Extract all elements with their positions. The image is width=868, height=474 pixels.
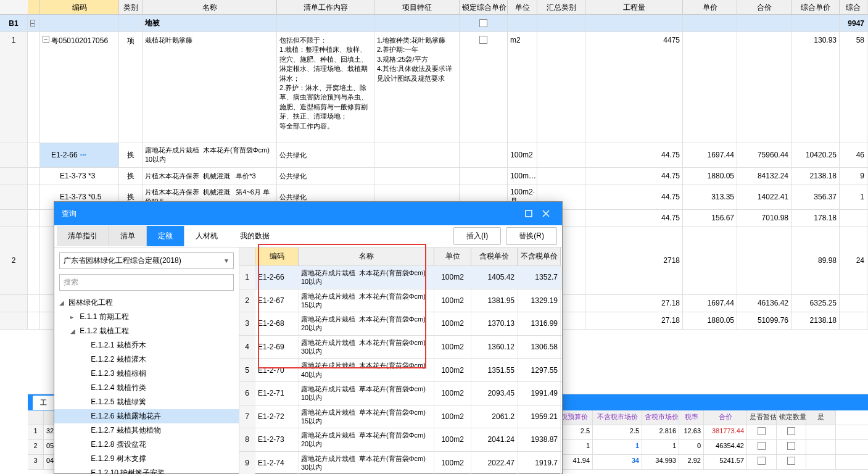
tempest-checkbox[interactable] [758,442,766,450]
quota-row[interactable]: 2 E1-2-67 露地花卉成片栽植 木本花卉(育苗袋Φcm) 15以内 100… [239,289,562,313]
col-ctotal[interactable]: 综合 [840,0,867,14]
code-cell[interactable]: E1-2-66··· [40,143,119,167]
code-cell[interactable]: −粤050102017056 [40,32,119,143]
feature-cell[interactable] [374,143,460,167]
name-cell[interactable]: 露地花卉成片栽植 木本花卉(育苗袋Φcm) 10以内 [143,143,277,167]
tree-node[interactable]: E.1.2.7 栽植其他植物 [54,423,239,438]
col-cprice[interactable]: 综合单价 [792,0,840,14]
qty-cell[interactable]: 44.75 [585,185,683,209]
tree-node[interactable]: E.1.2.9 树木支撑 [54,452,239,466]
tree-node[interactable]: E.1.2.2 栽植灌木 [54,352,239,367]
close-icon[interactable] [537,205,555,222]
tree-node[interactable]: E.1.2.8 摆设盆花 [54,438,239,452]
work-cell[interactable]: 公共绿化 [277,143,374,167]
name-cell[interactable]: 栽植花叶鹅掌藤 [143,32,277,143]
col-feat[interactable]: 项目特征 [374,0,460,14]
insert-button[interactable]: 插入(I) [453,227,501,245]
replace-button[interactable]: 替换(R) [506,227,557,245]
col-code[interactable]: 编码 [40,0,119,14]
lockqty-checkbox[interactable] [787,442,795,450]
data-row[interactable]: 1 −粤050102017056 项 栽植花叶鹅掌藤 包括但不限于： 1.栽植：… [0,32,868,143]
lockqty-checkbox[interactable] [787,427,795,435]
dialog-tab[interactable]: 人材机 [184,226,229,246]
sub-col-is[interactable]: 是 [806,410,836,425]
col-total[interactable]: 合价 [737,0,792,14]
collapse-icon[interactable]: − [43,36,49,43]
tree-node[interactable]: E.1.2.3 栽植棕榈 [54,367,239,381]
expand-open-icon[interactable]: ◢ [59,299,67,306]
sub-col-notaxmkt[interactable]: 不含税市场价 [593,410,642,425]
sub-col-total[interactable]: 合价 [704,410,747,425]
dialog-tab[interactable]: 我的数据 [229,226,281,246]
quota-book-combo[interactable]: 广东省园林绿化工程综合定额(2018) ▼ [59,252,234,269]
data-row[interactable]: E1-2-66··· 换 露地花卉成片栽植 木本花卉(育苗袋Φcm) 10以内 … [0,143,868,168]
search-input[interactable]: 搜索 [59,274,234,291]
lockqty-checkbox[interactable] [787,457,795,465]
lock-checkbox[interactable] [479,19,487,27]
col-name[interactable]: 名称 [143,0,277,14]
tree-node[interactable]: ▸ E.1.1 前期工程 [54,310,239,324]
maximize-icon[interactable] [520,205,537,222]
sub-col-lockqty[interactable]: 锁定数量 [777,410,806,425]
quota-col-unit[interactable]: 单位 [434,247,471,265]
tree-node[interactable]: E.1.2.4 栽植竹类 [54,381,239,395]
col-sumtype[interactable]: 汇总类别 [537,0,585,14]
quota-col-notaxprice[interactable]: 不含税单价 [518,247,561,265]
quota-row[interactable]: 6 E1-2-71 露地花卉成片栽植 草本花卉(育苗袋Φcm) 10以内 100… [239,382,562,405]
qty-cell[interactable]: 44.75 [585,143,683,167]
code-cell[interactable]: E1-3-73 *3 [40,168,119,185]
qty-cell[interactable]: 27.18 [585,295,683,312]
total-cell: 84132.24 [737,168,792,185]
quota-row[interactable]: 7 E1-2-72 露地花卉成片栽植 草本花卉(育苗袋Φcm) 15以内 100… [239,405,562,429]
quota-row[interactable]: 4 E1-2-69 露地花卉成片栽植 木本花卉(育苗袋Φcm) 30以内 100… [239,336,562,359]
name-cell[interactable]: 片植木本花卉保养 机械灌溉 单价*3 [143,168,277,185]
quota-row[interactable]: 1 E1-2-66 露地花卉成片栽植 木本花卉(育苗袋Φcm) 10以内 100… [239,266,562,289]
dialog-tab[interactable]: 定额 [147,226,184,246]
expand-open-icon[interactable]: ◢ [70,328,78,335]
work-cell[interactable]: 包括但不限于： 1.栽植：整理种植床、放样、挖穴、施肥、种植、回填土、淋定根水、… [277,32,374,143]
group-row[interactable]: B1 − 地被 9947 [0,15,868,32]
col-work[interactable]: 清单工作内容 [277,0,374,14]
tree-node[interactable]: E.1.2.1 栽植乔木 [54,338,239,352]
dialog-tab[interactable]: 清单指引 [57,226,109,246]
sub-col-taxmkt[interactable]: 含税市场价 [642,410,679,425]
quota-row[interactable]: 9 E1-2-74 露地花卉成片栽植 草本花卉(育苗袋Φcm) 30以内 100… [239,452,562,474]
sub-col-tempest[interactable]: 是否暂估 [747,410,777,425]
collapse-icon[interactable]: − [30,20,35,27]
more-icon[interactable]: ··· [78,151,89,159]
col-type[interactable]: 类别 [119,0,143,14]
tree-node[interactable]: E.1.2.6 栽植露地花卉 [54,409,239,423]
col-unit[interactable]: 单位 [508,0,537,14]
lock-checkbox[interactable] [479,36,487,44]
tempest-checkbox[interactable] [758,457,766,465]
tree-node[interactable]: E.1.2.10 护树篦子安装 [54,466,239,474]
tempest-checkbox[interactable] [758,427,766,435]
qty-cell[interactable]: 27.18 [585,312,683,329]
sub-tab-active[interactable]: 工 [33,396,54,410]
col-lock[interactable]: 锁定综合单价 [460,0,508,14]
quota-row[interactable]: 3 E1-2-68 露地花卉成片栽植 木本花卉(育苗袋Φcm) 20以内 100… [239,312,562,336]
feature-cell[interactable]: 1.地被种类:花叶鹅掌藤 2.养护期:一年 3.规格:25袋/平方 4.其他:具… [374,32,460,143]
qty-cell[interactable]: 44.75 [585,210,683,227]
quota-col-name[interactable]: 名称 [299,247,434,265]
data-row[interactable]: E1-3-73 *3 换 片植木本花卉保养 机械灌溉 单价*3 公共绿化 100… [0,168,868,185]
tree-node[interactable]: ◢ 园林绿化工程 [54,296,239,310]
feature-cell[interactable] [374,168,460,185]
qty-cell[interactable]: 4475 [585,32,683,143]
col-price[interactable]: 单价 [683,0,737,14]
dialog-tab[interactable]: 清单 [109,226,147,246]
quota-row[interactable]: 5 E1-2-70 露地花卉成片栽植 木本花卉(育苗袋Φcm) 40以内 100… [239,359,562,382]
qty-cell[interactable]: 2718 [585,227,683,294]
sub-col-taxrate[interactable]: 税率 [679,410,704,425]
quota-col-code[interactable]: 编码 [255,247,299,265]
quota-body[interactable]: 1 E1-2-66 露地花卉成片栽植 木本花卉(育苗袋Φcm) 10以内 100… [239,266,562,474]
qty-cell[interactable]: 44.75 [585,168,683,185]
dialog-titlebar[interactable]: 查询 [54,202,562,225]
expand-closed-icon[interactable]: ▸ [70,314,78,320]
tree-node[interactable]: E.1.2.5 栽植绿篱 [54,395,239,409]
quota-col-taxprice[interactable]: 含税单价 [471,247,518,265]
work-cell[interactable]: 公共绿化 [277,168,374,185]
col-qty[interactable]: 工程量 [585,0,683,14]
quota-row[interactable]: 8 E1-2-73 露地花卉成片栽植 草本花卉(育苗袋Φcm) 20以内 100… [239,428,562,452]
tree-node[interactable]: ◢ E.1.2 栽植工程 [54,324,239,338]
